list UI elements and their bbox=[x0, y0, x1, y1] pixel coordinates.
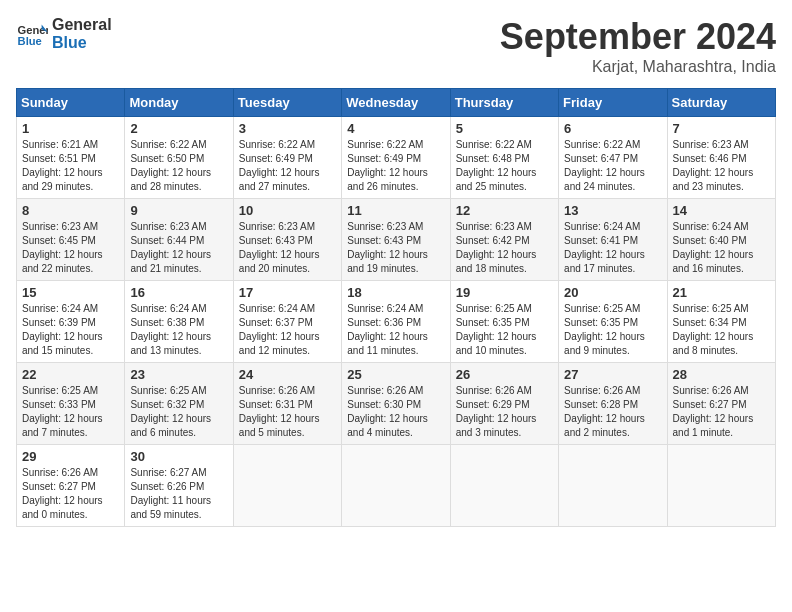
table-row: 12 Sunrise: 6:23 AMSunset: 6:42 PMDaylig… bbox=[450, 199, 558, 281]
col-sunday: Sunday bbox=[17, 89, 125, 117]
day-number: 3 bbox=[239, 121, 336, 136]
col-friday: Friday bbox=[559, 89, 667, 117]
day-number: 30 bbox=[130, 449, 227, 464]
day-info: Sunrise: 6:26 AMSunset: 6:30 PMDaylight:… bbox=[347, 385, 428, 438]
table-row: 10 Sunrise: 6:23 AMSunset: 6:43 PMDaylig… bbox=[233, 199, 341, 281]
col-wednesday: Wednesday bbox=[342, 89, 450, 117]
table-row: 29 Sunrise: 6:26 AMSunset: 6:27 PMDaylig… bbox=[17, 445, 125, 527]
day-number: 1 bbox=[22, 121, 119, 136]
day-number: 28 bbox=[673, 367, 770, 382]
month-title: September 2024 bbox=[500, 16, 776, 58]
day-number: 9 bbox=[130, 203, 227, 218]
table-row: 8 Sunrise: 6:23 AMSunset: 6:45 PMDayligh… bbox=[17, 199, 125, 281]
day-number: 24 bbox=[239, 367, 336, 382]
day-number: 6 bbox=[564, 121, 661, 136]
table-row: 7 Sunrise: 6:23 AMSunset: 6:46 PMDayligh… bbox=[667, 117, 775, 199]
col-tuesday: Tuesday bbox=[233, 89, 341, 117]
day-number: 8 bbox=[22, 203, 119, 218]
day-number: 14 bbox=[673, 203, 770, 218]
calendar-row: 15 Sunrise: 6:24 AMSunset: 6:39 PMDaylig… bbox=[17, 281, 776, 363]
day-info: Sunrise: 6:22 AMSunset: 6:47 PMDaylight:… bbox=[564, 139, 645, 192]
day-number: 22 bbox=[22, 367, 119, 382]
day-number: 25 bbox=[347, 367, 444, 382]
day-info: Sunrise: 6:25 AMSunset: 6:34 PMDaylight:… bbox=[673, 303, 754, 356]
day-info: Sunrise: 6:22 AMSunset: 6:49 PMDaylight:… bbox=[347, 139, 428, 192]
table-row bbox=[342, 445, 450, 527]
table-row: 17 Sunrise: 6:24 AMSunset: 6:37 PMDaylig… bbox=[233, 281, 341, 363]
table-row: 5 Sunrise: 6:22 AMSunset: 6:48 PMDayligh… bbox=[450, 117, 558, 199]
calendar-row: 1 Sunrise: 6:21 AMSunset: 6:51 PMDayligh… bbox=[17, 117, 776, 199]
day-number: 11 bbox=[347, 203, 444, 218]
day-info: Sunrise: 6:23 AMSunset: 6:42 PMDaylight:… bbox=[456, 221, 537, 274]
logo-icon: General Blue bbox=[16, 18, 48, 50]
table-row: 16 Sunrise: 6:24 AMSunset: 6:38 PMDaylig… bbox=[125, 281, 233, 363]
day-info: Sunrise: 6:25 AMSunset: 6:35 PMDaylight:… bbox=[564, 303, 645, 356]
day-number: 19 bbox=[456, 285, 553, 300]
day-number: 5 bbox=[456, 121, 553, 136]
day-info: Sunrise: 6:24 AMSunset: 6:37 PMDaylight:… bbox=[239, 303, 320, 356]
day-info: Sunrise: 6:23 AMSunset: 6:44 PMDaylight:… bbox=[130, 221, 211, 274]
table-row: 14 Sunrise: 6:24 AMSunset: 6:40 PMDaylig… bbox=[667, 199, 775, 281]
day-info: Sunrise: 6:27 AMSunset: 6:26 PMDaylight:… bbox=[130, 467, 211, 520]
table-row: 4 Sunrise: 6:22 AMSunset: 6:49 PMDayligh… bbox=[342, 117, 450, 199]
day-number: 27 bbox=[564, 367, 661, 382]
table-row bbox=[233, 445, 341, 527]
col-saturday: Saturday bbox=[667, 89, 775, 117]
table-row: 24 Sunrise: 6:26 AMSunset: 6:31 PMDaylig… bbox=[233, 363, 341, 445]
day-info: Sunrise: 6:25 AMSunset: 6:32 PMDaylight:… bbox=[130, 385, 211, 438]
table-row: 13 Sunrise: 6:24 AMSunset: 6:41 PMDaylig… bbox=[559, 199, 667, 281]
title-area: September 2024 Karjat, Maharashtra, Indi… bbox=[500, 16, 776, 76]
day-number: 17 bbox=[239, 285, 336, 300]
logo: General Blue General Blue bbox=[16, 16, 112, 51]
calendar-row: 29 Sunrise: 6:26 AMSunset: 6:27 PMDaylig… bbox=[17, 445, 776, 527]
table-row: 22 Sunrise: 6:25 AMSunset: 6:33 PMDaylig… bbox=[17, 363, 125, 445]
table-row: 20 Sunrise: 6:25 AMSunset: 6:35 PMDaylig… bbox=[559, 281, 667, 363]
day-info: Sunrise: 6:24 AMSunset: 6:41 PMDaylight:… bbox=[564, 221, 645, 274]
day-info: Sunrise: 6:22 AMSunset: 6:49 PMDaylight:… bbox=[239, 139, 320, 192]
day-info: Sunrise: 6:24 AMSunset: 6:38 PMDaylight:… bbox=[130, 303, 211, 356]
table-row: 9 Sunrise: 6:23 AMSunset: 6:44 PMDayligh… bbox=[125, 199, 233, 281]
day-number: 20 bbox=[564, 285, 661, 300]
logo-line1: General bbox=[52, 16, 112, 34]
day-number: 15 bbox=[22, 285, 119, 300]
day-info: Sunrise: 6:25 AMSunset: 6:35 PMDaylight:… bbox=[456, 303, 537, 356]
day-info: Sunrise: 6:25 AMSunset: 6:33 PMDaylight:… bbox=[22, 385, 103, 438]
day-info: Sunrise: 6:24 AMSunset: 6:40 PMDaylight:… bbox=[673, 221, 754, 274]
table-row: 27 Sunrise: 6:26 AMSunset: 6:28 PMDaylig… bbox=[559, 363, 667, 445]
table-row: 11 Sunrise: 6:23 AMSunset: 6:43 PMDaylig… bbox=[342, 199, 450, 281]
table-row: 1 Sunrise: 6:21 AMSunset: 6:51 PMDayligh… bbox=[17, 117, 125, 199]
day-number: 21 bbox=[673, 285, 770, 300]
svg-text:Blue: Blue bbox=[18, 35, 42, 47]
day-number: 7 bbox=[673, 121, 770, 136]
table-row: 23 Sunrise: 6:25 AMSunset: 6:32 PMDaylig… bbox=[125, 363, 233, 445]
day-info: Sunrise: 6:22 AMSunset: 6:48 PMDaylight:… bbox=[456, 139, 537, 192]
day-info: Sunrise: 6:26 AMSunset: 6:28 PMDaylight:… bbox=[564, 385, 645, 438]
day-number: 13 bbox=[564, 203, 661, 218]
day-info: Sunrise: 6:23 AMSunset: 6:43 PMDaylight:… bbox=[347, 221, 428, 274]
day-number: 4 bbox=[347, 121, 444, 136]
day-number: 12 bbox=[456, 203, 553, 218]
table-row: 28 Sunrise: 6:26 AMSunset: 6:27 PMDaylig… bbox=[667, 363, 775, 445]
calendar-row: 22 Sunrise: 6:25 AMSunset: 6:33 PMDaylig… bbox=[17, 363, 776, 445]
day-number: 10 bbox=[239, 203, 336, 218]
table-row bbox=[559, 445, 667, 527]
table-row: 19 Sunrise: 6:25 AMSunset: 6:35 PMDaylig… bbox=[450, 281, 558, 363]
day-number: 26 bbox=[456, 367, 553, 382]
day-number: 29 bbox=[22, 449, 119, 464]
day-info: Sunrise: 6:23 AMSunset: 6:43 PMDaylight:… bbox=[239, 221, 320, 274]
day-info: Sunrise: 6:24 AMSunset: 6:36 PMDaylight:… bbox=[347, 303, 428, 356]
table-row: 25 Sunrise: 6:26 AMSunset: 6:30 PMDaylig… bbox=[342, 363, 450, 445]
day-info: Sunrise: 6:23 AMSunset: 6:45 PMDaylight:… bbox=[22, 221, 103, 274]
day-number: 23 bbox=[130, 367, 227, 382]
table-row: 2 Sunrise: 6:22 AMSunset: 6:50 PMDayligh… bbox=[125, 117, 233, 199]
table-row: 6 Sunrise: 6:22 AMSunset: 6:47 PMDayligh… bbox=[559, 117, 667, 199]
col-thursday: Thursday bbox=[450, 89, 558, 117]
logo-line2: Blue bbox=[52, 34, 112, 52]
day-info: Sunrise: 6:24 AMSunset: 6:39 PMDaylight:… bbox=[22, 303, 103, 356]
day-info: Sunrise: 6:21 AMSunset: 6:51 PMDaylight:… bbox=[22, 139, 103, 192]
page-header: General Blue General Blue September 2024… bbox=[16, 16, 776, 76]
day-info: Sunrise: 6:26 AMSunset: 6:27 PMDaylight:… bbox=[22, 467, 103, 520]
day-number: 18 bbox=[347, 285, 444, 300]
table-row: 26 Sunrise: 6:26 AMSunset: 6:29 PMDaylig… bbox=[450, 363, 558, 445]
table-row bbox=[667, 445, 775, 527]
